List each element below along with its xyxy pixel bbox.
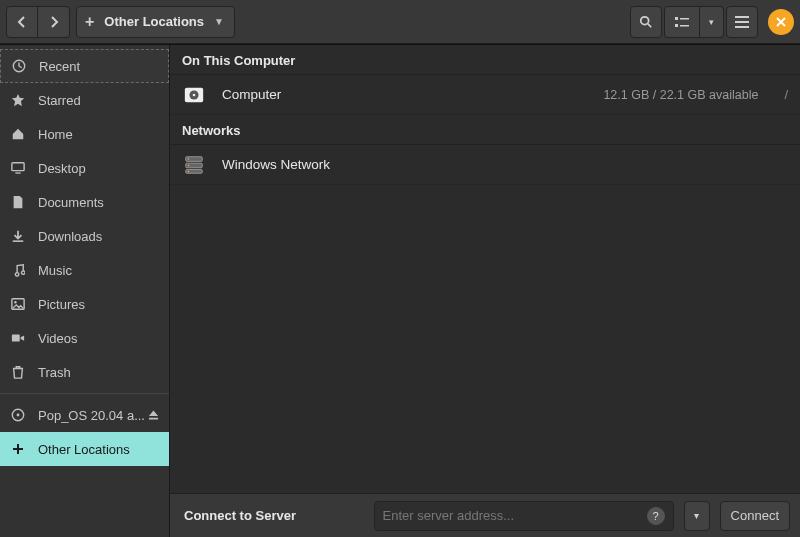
sidebar-item-drive[interactable]: Pop_OS 20.04 a... (0, 398, 169, 432)
sidebar-item-label: Trash (38, 365, 71, 380)
window-close-button[interactable] (768, 9, 794, 35)
sidebar-separator (0, 393, 169, 394)
svg-rect-2 (675, 17, 678, 20)
sidebar-item-label: Recent (39, 59, 80, 74)
desktop-icon (10, 161, 26, 175)
svg-rect-3 (680, 18, 689, 20)
search-button[interactable] (630, 6, 662, 38)
question-icon: ? (653, 510, 659, 522)
eject-icon (148, 410, 159, 421)
sidebar-item-label: Other Locations (38, 442, 130, 457)
sidebar-item-label: Pictures (38, 297, 85, 312)
sidebar-item-home[interactable]: Home (0, 117, 169, 151)
chevron-down-icon: ▼ (214, 16, 224, 27)
connect-button-label: Connect (731, 508, 779, 523)
clock-icon (11, 59, 27, 73)
search-icon (639, 15, 653, 29)
svg-rect-12 (13, 240, 24, 242)
sidebar-item-label: Videos (38, 331, 78, 346)
server-address-field[interactable]: ? (374, 501, 674, 531)
download-icon (10, 229, 26, 243)
svg-rect-8 (735, 26, 749, 28)
document-icon (10, 195, 26, 209)
music-icon (10, 263, 26, 277)
svg-rect-10 (12, 163, 24, 171)
chevron-left-icon (16, 16, 28, 28)
chevron-down-icon: ▾ (709, 17, 714, 27)
view-list-button[interactable] (664, 6, 700, 38)
header-bar: + Other Locations ▼ ▾ (0, 0, 800, 44)
row-windows-network[interactable]: Windows Network (170, 145, 800, 185)
row-computer[interactable]: Computer 12.1 GB / 22.1 GB available / (170, 75, 800, 115)
connect-button[interactable]: Connect (720, 501, 790, 531)
sidebar-item-label: Downloads (38, 229, 102, 244)
sidebar-item-label: Documents (38, 195, 104, 210)
star-icon (10, 93, 26, 107)
trash-icon (10, 365, 26, 379)
svg-point-25 (188, 164, 189, 165)
connect-label: Connect to Server (184, 508, 296, 523)
sidebar-item-pictures[interactable]: Pictures (0, 287, 169, 321)
svg-rect-6 (735, 16, 749, 18)
plus-icon: + (85, 13, 94, 31)
svg-rect-11 (15, 172, 20, 173)
svg-point-26 (188, 170, 189, 171)
back-button[interactable] (6, 6, 38, 38)
video-icon (10, 331, 26, 345)
svg-rect-5 (680, 25, 689, 27)
sidebar-item-videos[interactable]: Videos (0, 321, 169, 355)
content-scroll[interactable]: On This Computer Computer 12.1 GB / 22.1… (170, 45, 800, 493)
row-trailing: / (784, 87, 788, 102)
sidebar-item-downloads[interactable]: Downloads (0, 219, 169, 253)
svg-line-1 (648, 23, 651, 26)
location-label: Other Locations (104, 14, 204, 29)
close-icon (776, 17, 786, 27)
help-button[interactable]: ? (647, 507, 665, 525)
view-dropdown-button[interactable]: ▾ (700, 6, 724, 38)
forward-button[interactable] (38, 6, 70, 38)
sidebar-item-label: Home (38, 127, 73, 142)
network-icon (182, 154, 206, 176)
eject-button[interactable] (148, 410, 159, 421)
plus-icon (10, 443, 26, 455)
sidebar-item-label: Pop_OS 20.04 a... (38, 408, 145, 423)
view-group: ▾ (664, 6, 724, 38)
sidebar-item-desktop[interactable]: Desktop (0, 151, 169, 185)
svg-rect-7 (735, 21, 749, 23)
hamburger-menu-button[interactable] (726, 6, 758, 38)
home-icon (10, 127, 26, 141)
section-header-networks: Networks (170, 115, 800, 145)
sidebar-item-label: Starred (38, 93, 81, 108)
sidebar-item-music[interactable]: Music (0, 253, 169, 287)
location-bar[interactable]: + Other Locations ▼ (76, 6, 235, 38)
sidebar-item-label: Music (38, 263, 72, 278)
server-history-button[interactable]: ▾ (684, 501, 710, 531)
sidebar-item-documents[interactable]: Documents (0, 185, 169, 219)
main-area: Recent Starred Home Desktop Documents Do… (0, 44, 800, 537)
sidebar-item-trash[interactable]: Trash (0, 355, 169, 389)
svg-point-0 (641, 16, 649, 24)
sidebar-item-recent[interactable]: Recent (0, 49, 169, 83)
chevron-down-icon: ▾ (694, 510, 699, 521)
svg-point-17 (17, 414, 20, 417)
svg-point-20 (193, 93, 196, 96)
hamburger-icon (735, 16, 749, 28)
sidebar-item-other-locations[interactable]: Other Locations (0, 432, 169, 466)
svg-rect-4 (675, 24, 678, 27)
content-pane: On This Computer Computer 12.1 GB / 22.1… (170, 45, 800, 537)
disc-icon (10, 408, 26, 422)
chevron-right-icon (48, 16, 60, 28)
sidebar-item-starred[interactable]: Starred (0, 83, 169, 117)
row-info: 12.1 GB / 22.1 GB available (603, 88, 758, 102)
svg-rect-15 (12, 335, 20, 342)
list-icon (675, 16, 689, 28)
sidebar: Recent Starred Home Desktop Documents Do… (0, 45, 170, 537)
nav-group (6, 6, 70, 38)
svg-point-24 (188, 158, 189, 159)
hdd-icon (182, 84, 206, 106)
svg-point-14 (14, 301, 16, 303)
row-label: Windows Network (222, 157, 330, 172)
connect-bar: Connect to Server ? ▾ Connect (170, 493, 800, 537)
section-header-computer: On This Computer (170, 45, 800, 75)
server-address-input[interactable] (383, 508, 641, 523)
